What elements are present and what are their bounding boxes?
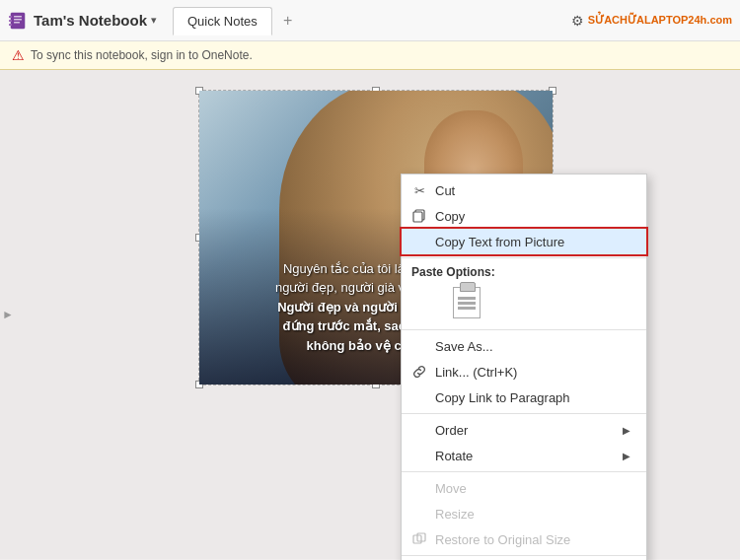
menu-order-label: Order xyxy=(435,423,468,438)
menu-move-label: Move xyxy=(435,481,467,496)
paste-block-1 xyxy=(458,297,476,300)
menu-item-order[interactable]: Order ▶ xyxy=(402,417,646,443)
copy-text-icon xyxy=(411,234,427,249)
brand-name: SỬACHỮALAPTOP24h.com xyxy=(588,14,732,27)
menu-link-label: Link... (Ctrl+K) xyxy=(435,365,517,380)
menu-copy-label: Copy xyxy=(435,209,465,224)
svg-rect-6 xyxy=(14,22,20,24)
paste-options-icons xyxy=(402,281,646,326)
menu-save-as-label: Save As... xyxy=(435,339,493,354)
move-icon xyxy=(411,480,427,496)
menu-item-copy-link[interactable]: Copy Link to Paragraph xyxy=(402,385,646,410)
add-tab-button[interactable]: + xyxy=(276,9,300,33)
paste-block-3 xyxy=(458,307,476,310)
sync-message: To sync this notebook, sign in to OneNot… xyxy=(31,48,253,62)
rotate-arrow-icon: ▶ xyxy=(623,451,630,461)
svg-rect-5 xyxy=(14,19,22,21)
paste-options-label: Paste Options: xyxy=(402,261,646,281)
left-collapse-handle[interactable]: ► xyxy=(0,70,16,559)
separator-3 xyxy=(402,413,646,414)
notebook-title: Tam's Notebook xyxy=(34,12,147,29)
separator-4 xyxy=(402,471,646,472)
menu-item-rotate[interactable]: Rotate ▶ xyxy=(402,443,646,468)
menu-item-restore: Restore to Original Size xyxy=(402,526,646,552)
svg-rect-2 xyxy=(9,20,12,22)
dropdown-arrow-icon[interactable]: ▾ xyxy=(151,14,157,27)
menu-item-cut[interactable]: ✂ Cut xyxy=(402,177,646,203)
svg-rect-0 xyxy=(11,13,25,29)
save-as-icon xyxy=(411,338,427,354)
svg-rect-3 xyxy=(9,24,12,26)
paste-block-2 xyxy=(458,302,476,305)
menu-item-save-as[interactable]: Save As... xyxy=(402,333,646,359)
menu-cut-label: Cut xyxy=(435,183,455,198)
paste-icon[interactable] xyxy=(453,287,481,318)
link-icon xyxy=(411,364,427,380)
context-menu: ✂ Cut Copy Copy Text from Picture Paste … xyxy=(401,174,647,560)
separator-1 xyxy=(402,257,646,258)
resize-icon xyxy=(411,506,427,522)
copy-icon xyxy=(411,208,427,224)
brand-logo: ⚙ SỬACHỮALAPTOP24h.com xyxy=(571,13,732,29)
svg-rect-4 xyxy=(14,16,22,18)
quick-notes-tab[interactable]: Quick Notes xyxy=(173,7,272,35)
restore-icon xyxy=(411,531,427,547)
sync-bar: ⚠ To sync this notebook, sign in to OneN… xyxy=(0,41,740,70)
menu-item-link[interactable]: Link... (Ctrl+K) xyxy=(402,359,646,385)
menu-copy-link-label: Copy Link to Paragraph xyxy=(435,390,570,405)
menu-restore-label: Restore to Original Size xyxy=(435,532,570,547)
titlebar: Tam's Notebook ▾ Quick Notes + ⚙ SỬACHỮA… xyxy=(0,0,740,41)
menu-item-resize: Resize xyxy=(402,501,646,526)
order-arrow-icon: ▶ xyxy=(623,425,630,436)
svg-rect-1 xyxy=(9,16,12,18)
menu-resize-label: Resize xyxy=(435,507,475,522)
menu-copy-text-label: Copy Text from Picture xyxy=(435,235,564,249)
copy-link-icon xyxy=(411,389,427,405)
menu-item-copy-text[interactable]: Copy Text from Picture xyxy=(402,229,646,254)
separator-5 xyxy=(402,555,646,556)
order-icon xyxy=(411,422,427,438)
notebook-icon xyxy=(8,11,28,31)
canvas-area: Nguyên tắc của tôi là bảo vệ người đẹp, … xyxy=(16,70,740,559)
menu-rotate-label: Rotate xyxy=(435,449,473,463)
svg-rect-8 xyxy=(413,212,422,222)
rotate-icon xyxy=(411,448,427,463)
main-area: ► Nguyên tắc của tôi là bảo vệ người đẹp… xyxy=(0,70,740,559)
cut-icon: ✂ xyxy=(411,182,427,198)
warning-icon: ⚠ xyxy=(12,47,25,63)
menu-item-copy[interactable]: Copy xyxy=(402,203,646,229)
menu-item-move: Move xyxy=(402,475,646,501)
gear-icon: ⚙ xyxy=(571,13,584,29)
separator-2 xyxy=(402,329,646,330)
